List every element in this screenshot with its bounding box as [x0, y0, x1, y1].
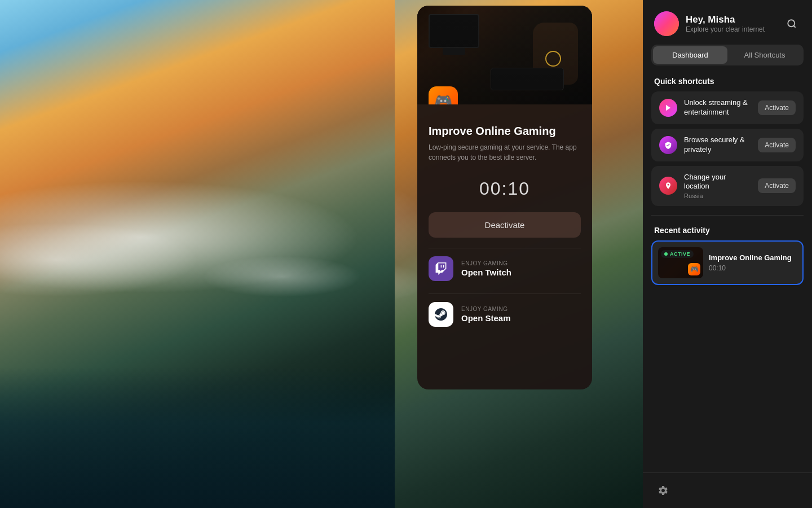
recent-card-icon: 🎮: [688, 263, 700, 275]
steam-text: ENJOY GAMING Open Steam: [461, 306, 511, 323]
enjoy-twitch[interactable]: ENJOY GAMING Open Twitch: [429, 248, 581, 289]
twitch-text: ENJOY GAMING Open Twitch: [461, 260, 511, 277]
sidebar-divider: [651, 215, 804, 216]
shortcut-streaming-text: Unlock streaming & entertainment: [684, 98, 751, 117]
recent-card-timer: 00:10: [709, 264, 797, 272]
settings-button[interactable]: [654, 481, 672, 500]
sidebar-header: Hey, Misha Explore your clear internet: [643, 0, 812, 45]
sidebar-header-left: Hey, Misha Explore your clear internet: [654, 11, 765, 36]
sidebar: Hey, Misha Explore your clear internet D…: [643, 0, 812, 508]
twitch-icon: [429, 256, 453, 281]
twitch-name: Open Twitch: [461, 268, 511, 277]
play-icon: [659, 99, 677, 117]
tab-dashboard[interactable]: Dashboard: [653, 46, 727, 64]
steam-label: ENJOY GAMING: [461, 306, 511, 312]
location-icon: [659, 177, 677, 195]
recent-activity-title: Recent activity: [643, 220, 812, 240]
search-button[interactable]: [783, 15, 801, 33]
recent-card-gaming[interactable]: ACTIVE 🎮 Improve Online Gaming 00:10: [651, 240, 804, 285]
shortcut-browse[interactable]: Browse securely & privately Activate: [651, 129, 804, 161]
activate-location-button[interactable]: Activate: [758, 178, 796, 193]
shortcut-streaming[interactable]: Unlock streaming & entertainment Activat…: [651, 91, 804, 124]
activate-streaming-button[interactable]: Activate: [758, 100, 796, 115]
panel-hero: 🎮: [417, 6, 592, 104]
shortcut-location-sub: Russia: [684, 192, 751, 199]
panel-title: Improve Online Gaming: [429, 124, 581, 138]
deactivate-button[interactable]: Deactivate: [429, 212, 581, 238]
panel-game-icon: 🎮: [429, 86, 458, 104]
quick-shortcuts-title: Quick shortcuts: [643, 74, 812, 91]
shield-icon: [659, 136, 677, 154]
tab-all-shortcuts[interactable]: All Shortcuts: [727, 46, 802, 64]
recent-card-info: Improve Online Gaming 00:10: [709, 253, 797, 272]
active-label: ACTIVE: [670, 251, 690, 257]
panel-description: Low-ping secure gaming at your service. …: [429, 142, 581, 163]
svg-marker-2: [666, 105, 670, 111]
recent-card-thumbnail: ACTIVE 🎮: [658, 247, 703, 278]
twitch-label: ENJOY GAMING: [461, 260, 511, 266]
svg-line-1: [793, 25, 795, 27]
shortcut-streaming-name: Unlock streaming & entertainment: [684, 98, 751, 117]
avatar: [654, 11, 679, 36]
shortcut-browse-text: Browse securely & privately: [684, 135, 751, 155]
avatar-inner: [654, 11, 679, 36]
activate-browse-button[interactable]: Activate: [758, 138, 796, 152]
sidebar-greeting: Hey, Misha Explore your clear internet: [686, 14, 765, 33]
hero-circle: [545, 51, 561, 67]
shortcut-location[interactable]: Change your location Russia Activate: [651, 166, 804, 207]
greeting-subtitle: Explore your clear internet: [686, 25, 765, 33]
steam-icon: [429, 302, 453, 327]
active-dot: [664, 252, 668, 256]
shortcut-location-text: Change your location Russia: [684, 173, 751, 200]
greeting-name: Hey, Misha: [686, 14, 765, 25]
active-badge: ACTIVE: [661, 250, 694, 258]
recent-card-title: Improve Online Gaming: [709, 253, 797, 262]
sidebar-tabs: Dashboard All Shortcuts: [651, 45, 804, 65]
sidebar-footer: [643, 472, 812, 508]
shortcut-browse-name: Browse securely & privately: [684, 135, 751, 155]
shortcut-location-name: Change your location: [684, 173, 751, 192]
panel-content: Improve Online Gaming Low-ping secure ga…: [417, 104, 592, 389]
timer-display: 00:10: [429, 167, 581, 208]
main-panel: 🎮 Improve Online Gaming Low-ping secure …: [417, 6, 592, 389]
enjoy-steam[interactable]: ENJOY GAMING Open Steam: [429, 294, 581, 335]
svg-point-0: [788, 20, 795, 27]
steam-name: Open Steam: [461, 313, 511, 323]
